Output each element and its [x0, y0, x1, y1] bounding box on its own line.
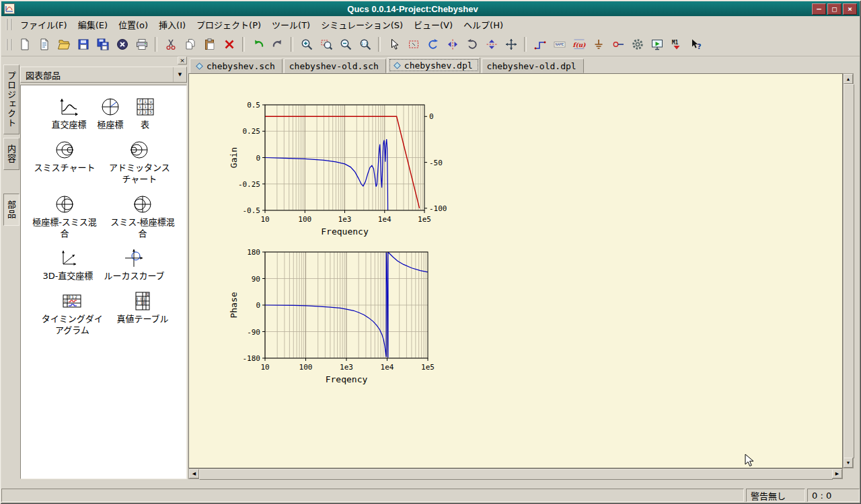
maximize-button[interactable]: □: [827, 3, 841, 15]
document-tab-chebyshev.dpl[interactable]: chebyshev.dpl: [387, 57, 480, 73]
component-locus-curve[interactable]: ルーカスカーブ: [104, 247, 164, 282]
zoom-window-button[interactable]: [317, 36, 335, 54]
insert-equation-button[interactable]: f(u): [570, 36, 588, 54]
toolbar: 1:1NAMEf(u)M1?: [1, 33, 860, 56]
document-tab-chebyshev-old.dpl[interactable]: chebyshev-old.dpl: [482, 58, 584, 73]
insert-wire-button[interactable]: [531, 36, 549, 54]
menu-position[interactable]: 位置(o): [113, 16, 153, 33]
new-document-button[interactable]: [15, 36, 34, 54]
svg-text:f(u): f(u): [572, 42, 585, 48]
dock-tab-projects[interactable]: プロジェクト: [3, 65, 20, 134]
toolbar-buttons: 1:1NAMEf(u)M1?: [15, 36, 706, 54]
document-tab-label: chebyshev.dpl: [404, 60, 473, 71]
svg-text:180: 180: [247, 248, 260, 257]
zoom-in-button[interactable]: [297, 36, 315, 54]
app-icon[interactable]: [4, 3, 15, 14]
menu-file[interactable]: ファイル(F): [15, 16, 73, 33]
truth-table-icon: Q0 010 10: [132, 290, 153, 314]
zoom-out-button[interactable]: [336, 36, 354, 54]
menu-insert[interactable]: 挿入(I): [153, 16, 191, 33]
new-text-document-button[interactable]: [35, 36, 53, 54]
statusbar: 警告無し 0 : 0: [1, 488, 860, 502]
paste-button[interactable]: [200, 36, 219, 54]
menu-help[interactable]: ヘルプ(H): [458, 16, 509, 33]
svg-text:i: i: [144, 99, 147, 103]
menu-tools[interactable]: ツール(T): [266, 16, 315, 33]
minimize-button[interactable]: –: [812, 3, 826, 15]
show-simulation-data-button[interactable]: [648, 36, 666, 54]
gain-diagram[interactable]: 0.50.250-0.25-0.50-50-100101001e31e41e5F…: [226, 97, 458, 241]
component-table-diagram[interactable]: fiu112235表: [135, 96, 156, 131]
document-tab-chebyshev-old.sch[interactable]: chebyshev-old.sch: [284, 58, 386, 73]
scroll-up-button[interactable]: ▲: [844, 74, 853, 84]
phase-diagram[interactable]: 180900-90-180101001e31e41e5FreqencyPhase: [226, 244, 458, 395]
menubar-handle[interactable]: [6, 19, 11, 30]
titlebar[interactable]: Qucs 0.0.14-Project:Chebyshev –□×: [1, 1, 860, 16]
horizontal-scrollbar[interactable]: ◀ ▶: [188, 468, 843, 479]
insert-label-button[interactable]: NAME: [550, 36, 568, 54]
chevron-down-icon[interactable]: ▼: [173, 67, 186, 82]
component-smith-chart[interactable]: スミスチャート: [34, 139, 96, 185]
component-smith-polar-combi[interactable]: スミス-極座標混合: [109, 194, 176, 240]
svg-text:1e4: 1e4: [381, 363, 394, 372]
component-label: スミスチャート: [34, 163, 96, 174]
dock-tab-content[interactable]: 内容: [3, 138, 20, 170]
svg-text:0 1: 0 1: [136, 300, 143, 305]
rotate-ccw-button[interactable]: [463, 36, 481, 54]
menu-edit[interactable]: 編集(E): [73, 16, 113, 33]
document-tab-chebyshev.sch[interactable]: chebyshev.sch: [190, 58, 283, 73]
delete-button[interactable]: [220, 36, 238, 54]
undo-button[interactable]: [249, 36, 267, 54]
component-polar-diagram[interactable]: 極座標: [98, 96, 124, 131]
vertical-scrollbar-thumb[interactable]: [844, 84, 854, 458]
redo-button[interactable]: [268, 36, 287, 54]
insert-port-button[interactable]: [609, 36, 627, 54]
set-marker-button[interactable]: M1: [667, 36, 685, 54]
mouse-cursor: [745, 454, 755, 468]
tune-button[interactable]: [628, 36, 646, 54]
mirror-horizontal-axis-button[interactable]: [482, 36, 500, 54]
component-cartesian-3d-diagram[interactable]: 3D-直交座標: [42, 247, 93, 282]
cut-button[interactable]: [161, 36, 180, 54]
timing-diagram-icon: 012c: [61, 290, 83, 314]
svg-text:1e5: 1e5: [418, 215, 431, 224]
scroll-right-button[interactable]: ▶: [832, 469, 842, 478]
horizontal-scrollbar-thumb[interactable]: [199, 469, 833, 480]
save-document-button[interactable]: [74, 36, 92, 54]
view-all-button[interactable]: 1:1: [356, 36, 374, 54]
dock-tab-components[interactable]: 部品: [3, 194, 20, 226]
close-button[interactable]: ×: [843, 3, 857, 15]
insert-ground-button[interactable]: [589, 36, 607, 54]
save-all-documents-button[interactable]: [93, 36, 112, 54]
component-truth-table[interactable]: Q0 010 10真値テーブル: [116, 290, 168, 337]
admittance-smith-chart-icon: [128, 139, 150, 163]
component-category-dropdown[interactable]: 図表部品 ▼: [20, 67, 187, 83]
vertical-scrollbar[interactable]: ▲ ▼: [843, 73, 854, 468]
schematic-canvas[interactable]: 0.50.250-0.25-0.50-50-100101001e31e41e5F…: [188, 73, 843, 468]
document-icon: [195, 62, 204, 71]
component-timing-diagram[interactable]: 012cタイミングダイアグラム: [38, 290, 106, 337]
whats-this-button[interactable]: ?: [687, 36, 705, 54]
menu-project[interactable]: プロジェクト(P): [191, 16, 266, 33]
select-button[interactable]: [385, 36, 403, 54]
svg-text:-90: -90: [247, 328, 260, 337]
select-marker-button[interactable]: [404, 36, 422, 54]
component-cartesian-diagram[interactable]: 直交座標: [51, 96, 86, 131]
menu-simulation[interactable]: シミュレーション(S): [315, 16, 408, 33]
component-polar-smith-combi[interactable]: 極座標-スミス混合: [31, 194, 98, 240]
scroll-left-button[interactable]: ◀: [189, 469, 199, 478]
toolbar-separator: [524, 37, 527, 52]
open-document-button[interactable]: [54, 36, 73, 54]
close-document-button[interactable]: [113, 36, 131, 54]
rotate-button[interactable]: [424, 36, 442, 54]
print-document-button[interactable]: [133, 36, 151, 54]
mirror-vertical-axis-button[interactable]: [443, 36, 461, 54]
scroll-down-button[interactable]: ▼: [844, 458, 853, 468]
dock-close-button[interactable]: ×: [178, 56, 187, 65]
copy-button[interactable]: [181, 36, 199, 54]
toolbar-handle[interactable]: [6, 39, 11, 50]
menu-view[interactable]: ビュー(V): [408, 16, 458, 33]
component-admittance-smith-chart[interactable]: アドミッタンスチャート: [106, 139, 173, 185]
document-icon: [393, 61, 402, 70]
move-component-button[interactable]: [502, 36, 520, 54]
